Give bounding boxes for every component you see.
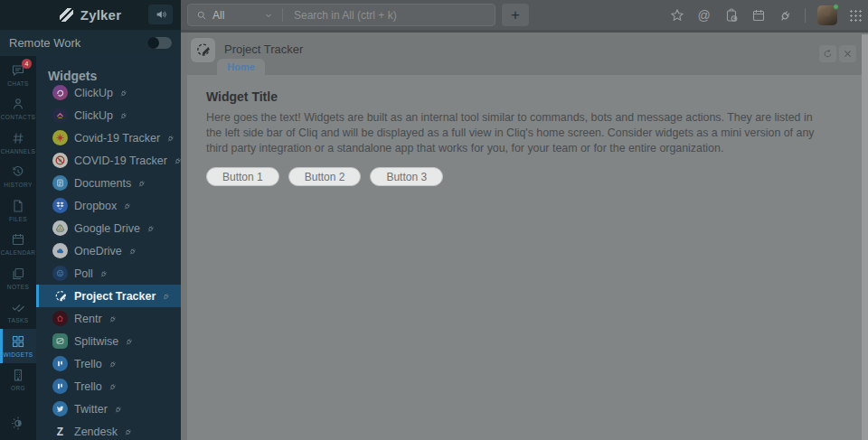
plug-icon	[108, 314, 118, 323]
widget-list: ClickUpClickUpCovid-19 TrackerCOVID-19 T…	[36, 81, 181, 440]
plug-icon	[174, 156, 181, 165]
widget-button-2[interactable]: Button 2	[288, 167, 362, 186]
sidebar-item-org[interactable]: ORG	[0, 363, 36, 398]
plug-icon[interactable]	[778, 7, 793, 23]
search-scope-select[interactable]: All	[188, 9, 282, 22]
widget-item-covid-19-tracker[interactable]: Covid-19 Tracker	[36, 126, 181, 149]
file-icon	[11, 199, 25, 213]
widget-item-rentr[interactable]: Rentr	[36, 307, 181, 330]
project-tracker-icon	[52, 288, 68, 304]
apps-grid-icon[interactable]	[849, 9, 862, 22]
plug-icon	[108, 360, 118, 369]
sidebar-item-channels[interactable]: CHANNELS	[0, 126, 36, 160]
hash-icon	[11, 131, 25, 145]
plug-icon	[137, 179, 146, 188]
sidebar-item-label: FILES	[9, 216, 27, 222]
search-input[interactable]	[283, 5, 495, 25]
history-icon	[11, 164, 25, 179]
widget-body-text: Here goes the text! Widgets are built as…	[206, 110, 828, 156]
sidebar-item-files[interactable]: FILES	[0, 193, 36, 228]
widget-button-1[interactable]: Button 1	[206, 167, 279, 186]
sidebar-item-label: CHANNELS	[1, 148, 36, 154]
announcement-button[interactable]	[148, 5, 173, 24]
widget-item-trello[interactable]: Trello	[36, 352, 181, 375]
widget-item-poll[interactable]: Poll	[36, 262, 181, 285]
workspace-name: Remote Work	[9, 36, 80, 50]
widget-name: Zendesk	[74, 426, 118, 438]
calendar-icon[interactable]	[750, 7, 766, 23]
widgets-icon	[11, 334, 25, 349]
widget-item-documents[interactable]: Documents	[36, 172, 181, 194]
main-scrollbar[interactable]	[862, 34, 868, 440]
calendar-icon	[11, 232, 25, 247]
google-drive-icon	[52, 220, 68, 236]
tab-home[interactable]: Home	[217, 59, 265, 75]
sidebar-item-history[interactable]: HISTORY	[0, 160, 36, 194]
widget-name: Dropbox	[74, 200, 117, 212]
sidebar-item-label: CHATS	[7, 80, 29, 87]
sidebar-scrollbar[interactable]	[181, 33, 187, 440]
zylker-logo-icon	[60, 8, 73, 22]
widget-name: ClickUp	[74, 109, 113, 122]
refresh-button[interactable]	[819, 45, 836, 62]
sidebar-item-tasks[interactable]: TASKS	[0, 295, 36, 330]
panel-header: Project Tracker Home	[187, 33, 868, 75]
nav-rail: 4CHATSCONTACTSCHANNELSHISTORYFILESCALEND…	[0, 56, 36, 440]
clickup-swirl-icon	[52, 85, 68, 100]
plug-icon	[123, 201, 132, 211]
plug-icon	[146, 224, 156, 233]
theme-toggle-icon[interactable]	[11, 416, 26, 431]
widget-item-trello[interactable]: Trello	[36, 375, 181, 398]
sidebar-item-chats[interactable]: 4CHATS	[0, 58, 36, 92]
widget-item-dropbox[interactable]: Dropbox	[36, 194, 181, 217]
widget-item-clickup[interactable]: ClickUp	[36, 104, 181, 126]
star-icon[interactable]	[669, 7, 684, 23]
avatar[interactable]	[817, 5, 837, 25]
widget-button-3[interactable]: Button 3	[370, 167, 443, 186]
sidebar-body: 4CHATSCONTACTSCHANNELSHISTORYFILESCALEND…	[0, 56, 181, 440]
widget-item-project-tracker[interactable]: Project Tracker	[36, 285, 181, 307]
plug-icon	[162, 292, 171, 301]
sidebar-item-notes[interactable]: NOTES	[0, 261, 36, 295]
close-button[interactable]	[839, 45, 856, 62]
new-chat-button[interactable]: +	[502, 4, 529, 26]
sidebar-item-contacts[interactable]: CONTACTS	[0, 92, 36, 126]
plug-icon	[125, 337, 134, 346]
widget-name: Google Drive	[74, 222, 140, 235]
widget-item-twitter[interactable]: Twitter	[36, 398, 181, 420]
plug-icon	[99, 269, 108, 278]
widget-item-google-drive[interactable]: Google Drive	[36, 217, 181, 239]
workspace-toggle[interactable]	[147, 37, 172, 49]
notes-icon	[11, 267, 25, 281]
widget-content: Widget Title Here goes the text! Widgets…	[187, 75, 868, 440]
widget-title: Widget Title	[206, 89, 868, 104]
widget-name: Rentr	[74, 313, 102, 325]
sidebar-item-calendar[interactable]: CALENDAR	[0, 228, 36, 262]
twitter-icon	[52, 401, 68, 417]
widget-name: Poll	[74, 267, 93, 280]
plug-icon	[114, 405, 123, 414]
search-bar[interactable]: All	[187, 4, 495, 26]
sidebar-item-widgets[interactable]: WIDGETS	[0, 329, 36, 363]
sidebar-item-label: CALENDAR	[1, 249, 36, 256]
dropbox-icon	[52, 198, 68, 213]
topbar-divider	[805, 8, 806, 23]
widget-name: Splitwise	[74, 335, 118, 348]
widget-item-splitwise[interactable]: Splitwise	[36, 330, 181, 352]
mention-icon[interactable]: @	[696, 7, 712, 23]
toggle-knob	[147, 37, 159, 49]
clipboard-clock-icon[interactable]	[723, 7, 739, 23]
plug-icon	[128, 247, 137, 256]
widget-button-row: Button 1Button 2Button 3	[206, 167, 868, 186]
widget-item-zendesk[interactable]: ZZendesk	[36, 420, 181, 440]
page-title: Project Tracker	[224, 42, 303, 56]
widget-name: OneDrive	[74, 245, 122, 257]
sidebar-item-label: TASKS	[8, 317, 29, 323]
topbar: Zylker All + @	[0, 0, 868, 30]
widget-item-onedrive[interactable]: OneDrive	[36, 239, 181, 262]
main-panel: Project Tracker Home Widget Title Here g…	[181, 33, 868, 440]
trello-icon	[52, 356, 68, 371]
workspace-bar[interactable]: Remote Work	[0, 30, 181, 56]
plug-icon	[119, 89, 128, 98]
widget-item-covid-19-tracker[interactable]: COVID-19 Tracker	[36, 149, 181, 172]
